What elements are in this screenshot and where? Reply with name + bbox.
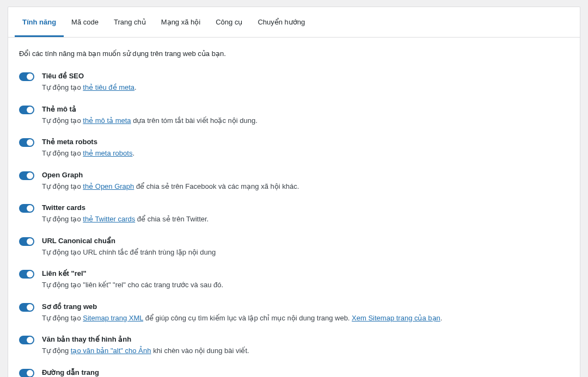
toggle-switch[interactable] — [19, 336, 34, 344]
feature-desc-text: . — [132, 149, 134, 157]
feature-link[interactable]: tạo văn bản "alt" cho Ảnh — [71, 347, 151, 355]
feature-row: URL Canonical chuẩnTự động tạo URL chính… — [19, 237, 569, 258]
toggle-switch[interactable] — [19, 138, 34, 147]
tab-item[interactable]: Công cụ — [208, 7, 250, 37]
feature-title: Đường dẫn trang — [42, 368, 569, 376]
feature-desc-text: . — [440, 314, 443, 322]
toggle-switch[interactable] — [19, 171, 34, 180]
feature-desc-text: để giúp công cụ tìm kiếm lục và lập chỉ … — [143, 314, 352, 322]
tabs-nav: Tính năngMã codeTrang chủMạng xã hộiCông… — [8, 7, 580, 38]
feature-title: Tiêu đề SEO — [42, 72, 569, 80]
feature-text: URL Canonical chuẩnTự động tạo URL chính… — [42, 237, 569, 258]
feature-desc-text: Tự động tạo "liên kết" "rel" cho các tra… — [42, 281, 223, 289]
feature-title: Thẻ meta robots — [42, 138, 569, 146]
feature-desc: Tự động tạo URL chính tắc để tránh trùng… — [42, 247, 569, 258]
feature-desc: Tự động tạo Sitemap trang XML để giúp cô… — [42, 313, 569, 324]
feature-desc-text: khi chèn vào nội dung bài viết. — [151, 347, 249, 355]
feature-link[interactable]: thẻ mô tả meta — [83, 116, 131, 125]
toggle-switch[interactable] — [19, 303, 34, 312]
feature-title: Twitter cards — [42, 203, 569, 212]
feature-desc-text: dựa trên tóm tắt bài viết hoặc nội dung. — [131, 116, 258, 125]
feature-desc-text: Tự động tạo — [42, 215, 83, 223]
feature-text: Tiêu đề SEOTự động tạo thẻ tiêu đề meta. — [42, 72, 569, 93]
toggle-switch[interactable] — [19, 72, 34, 81]
tab-item[interactable]: Chuyển hướng — [250, 7, 313, 37]
feature-row: Liên kết "rel"Tự động tạo "liên kết" "re… — [19, 269, 569, 291]
settings-panel: Tính năngMã codeTrang chủMạng xã hộiCông… — [8, 7, 580, 377]
feature-text: Twitter cardsTự động tạo thẻ Twitter car… — [42, 203, 569, 225]
feature-row: Đường dẫn trangBật shortcode breadcrumb … — [19, 368, 569, 378]
feature-title: Văn bản thay thế hình ảnh — [42, 335, 569, 343]
feature-text: Đường dẫn trangBật shortcode breadcrumb … — [42, 368, 569, 378]
intro-text: Đổi các tính năng mà bạn muốn sử dụng tr… — [19, 50, 569, 58]
feature-desc: Tự động tạo "liên kết" "rel" cho các tra… — [42, 280, 569, 291]
toggle-switch[interactable] — [19, 237, 34, 246]
tab-item[interactable]: Mạng xã hội — [154, 7, 208, 37]
feature-desc-text: Tự động — [42, 347, 71, 355]
feature-desc-text: . — [134, 83, 137, 91]
feature-desc-text: để chia sẻ trên Facebook và các mạng xã … — [134, 182, 299, 190]
feature-desc-text: Tự động tạo — [42, 116, 83, 125]
feature-text: Thẻ meta robotsTự động tạo thẻ meta robo… — [42, 138, 569, 159]
feature-desc: Tự động tạo văn bản "alt" cho Ảnh khi ch… — [42, 345, 569, 356]
feature-desc-text: Tự động tạo — [42, 83, 83, 91]
feature-desc: Tự động tạo thẻ meta robots. — [42, 148, 569, 159]
feature-desc: Tự động tạo thẻ mô tả meta dựa trên tóm … — [42, 115, 569, 126]
tab-content: Đổi các tính năng mà bạn muốn sử dụng tr… — [8, 38, 580, 377]
feature-link[interactable]: Xem Sitemap trang của bạn — [352, 314, 440, 322]
feature-desc-text: Tự động tạo — [42, 149, 83, 157]
toggle-switch[interactable] — [19, 204, 34, 213]
feature-row: Twitter cardsTự động tạo thẻ Twitter car… — [19, 203, 569, 225]
tab-item[interactable]: Trang chủ — [106, 7, 154, 37]
feature-text: Thẻ mô tảTự động tạo thẻ mô tả meta dựa … — [42, 105, 569, 126]
feature-text: Văn bản thay thế hình ảnhTự động tạo văn… — [42, 335, 569, 356]
feature-title: URL Canonical chuẩn — [42, 237, 569, 245]
feature-row: Văn bản thay thế hình ảnhTự động tạo văn… — [19, 335, 569, 356]
feature-link[interactable]: thẻ meta robots — [83, 149, 132, 157]
toggle-switch[interactable] — [19, 270, 34, 279]
feature-title: Thẻ mô tả — [42, 105, 569, 113]
tab-item[interactable]: Mã code — [64, 7, 106, 37]
feature-row: Thẻ meta robotsTự động tạo thẻ meta robo… — [19, 138, 569, 159]
feature-link[interactable]: thẻ tiêu đề meta — [83, 83, 134, 91]
feature-row: Thẻ mô tảTự động tạo thẻ mô tả meta dựa … — [19, 105, 569, 126]
feature-desc-text: Tự động tạo — [42, 182, 83, 190]
toggle-switch[interactable] — [19, 106, 34, 114]
feature-desc-text: Tự động tạo URL chính tắc để tránh trùng… — [42, 248, 216, 256]
feature-text: Open GraphTự động tạo thẻ Open Graph để … — [42, 171, 569, 192]
feature-row: Sơ đồ trang webTự động tạo Sitemap trang… — [19, 302, 569, 324]
feature-desc: Tự động tạo thẻ Open Graph để chia sẻ tr… — [42, 181, 569, 192]
feature-desc-text: để chia sẻ trên Twitter. — [135, 215, 209, 223]
feature-row: Open GraphTự động tạo thẻ Open Graph để … — [19, 171, 569, 192]
toggle-switch[interactable] — [19, 369, 34, 378]
feature-row: Tiêu đề SEOTự động tạo thẻ tiêu đề meta. — [19, 72, 569, 93]
feature-link[interactable]: Sitemap trang XML — [83, 314, 143, 322]
feature-link[interactable]: thẻ Open Graph — [83, 182, 134, 190]
feature-desc: Tự động tạo thẻ Twitter cards để chia sẻ… — [42, 214, 569, 225]
feature-text: Sơ đồ trang webTự động tạo Sitemap trang… — [42, 302, 569, 324]
feature-title: Open Graph — [42, 171, 569, 179]
feature-title: Sơ đồ trang web — [42, 302, 569, 311]
feature-link[interactable]: thẻ Twitter cards — [83, 215, 135, 223]
feature-title: Liên kết "rel" — [42, 269, 569, 277]
feature-desc: Tự động tạo thẻ tiêu đề meta. — [42, 82, 569, 93]
features-list: Tiêu đề SEOTự động tạo thẻ tiêu đề meta.… — [19, 72, 569, 377]
feature-desc-text: Tự động tạo — [42, 314, 83, 322]
feature-text: Liên kết "rel"Tự động tạo "liên kết" "re… — [42, 269, 569, 291]
tab-item[interactable]: Tính năng — [15, 7, 64, 37]
